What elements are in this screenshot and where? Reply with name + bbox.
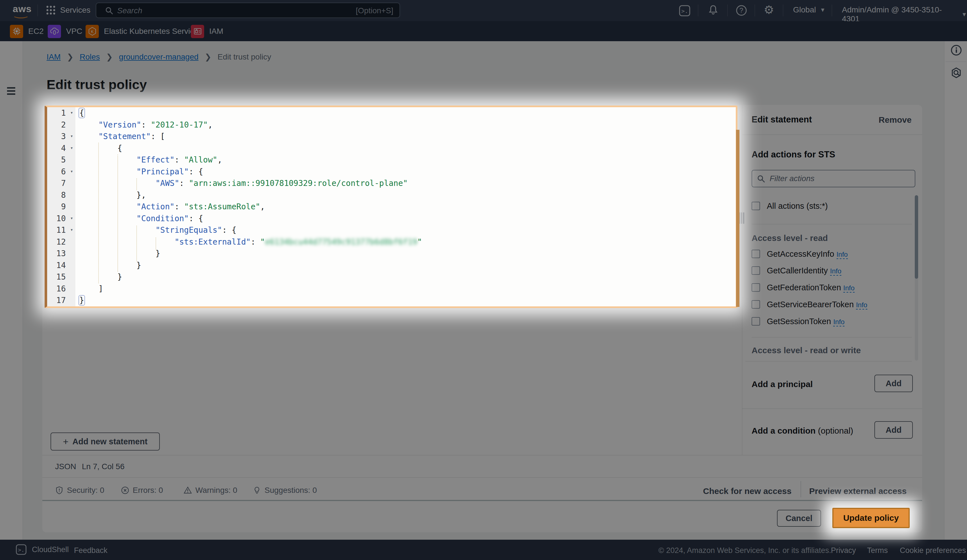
info-link[interactable]: Info xyxy=(843,284,855,293)
breadcrumb-role-name[interactable]: groundcover-managed xyxy=(119,53,198,61)
fold-caret-icon[interactable]: ▾ xyxy=(70,212,73,224)
getaccesskeyinfo-checkbox[interactable] xyxy=(752,250,760,258)
check-new-access-button[interactable]: Check for new access xyxy=(703,486,792,496)
fold-caret-icon[interactable]: ▾ xyxy=(70,142,73,154)
fold-caret-icon[interactable]: ▾ xyxy=(70,107,73,119)
add-principal-button[interactable]: Add xyxy=(875,375,913,392)
breadcrumb-iam[interactable]: IAM xyxy=(46,53,61,61)
footer-cloudshell[interactable]: >. CloudShell xyxy=(15,544,69,555)
line-number: 8 xyxy=(47,189,75,201)
code-text: "sts:ExternalId": "e6134bcu44d77549c9137… xyxy=(75,236,422,248)
getcalleridentity-checkbox[interactable] xyxy=(752,266,760,275)
ec2-service-icon xyxy=(10,25,23,38)
code-text: { xyxy=(75,107,84,119)
services-menu[interactable]: Services xyxy=(46,5,90,15)
security-findings[interactable]: Security: 0 xyxy=(55,486,104,495)
trust-policy-code-editor[interactable]: 1▾{2 "Version": "2012-10-17",3▾ "Stateme… xyxy=(45,105,738,308)
code-line[interactable]: 2 "Version": "2012-10-17", xyxy=(47,119,736,131)
code-line[interactable]: 7 "AWS": "arn:aws:iam::991078109329:role… xyxy=(47,178,736,189)
footer-feedback-link[interactable]: Feedback xyxy=(74,546,107,555)
code-line[interactable]: 8 }, xyxy=(47,189,736,201)
code-line[interactable]: 6▾ "Principal": { xyxy=(47,166,736,178)
code-text: "Statement": [ xyxy=(75,131,165,142)
breadcrumb-roles[interactable]: Roles xyxy=(79,53,100,61)
code-line[interactable]: 1▾{ xyxy=(47,107,736,119)
code-line[interactable]: 9 "Action": "sts:AssumeRole", xyxy=(47,201,736,213)
preview-external-access-button[interactable]: Preview external access xyxy=(809,486,907,496)
editor-code-rows[interactable]: 1▾{2 "Version": "2012-10-17",3▾ "Stateme… xyxy=(47,107,736,306)
top-navigation-bar: aws Services Search [Option+S] >. xyxy=(0,0,967,21)
svg-text:>.: >. xyxy=(18,547,25,553)
favorite-eks[interactable]: K Elastic Kubernetes Service xyxy=(86,25,198,38)
fold-caret-icon[interactable]: ▾ xyxy=(70,130,73,142)
warning-findings[interactable]: Warnings: 0 xyxy=(183,486,237,495)
fold-caret-icon[interactable]: ▾ xyxy=(70,166,73,178)
footer-terms-link[interactable]: Terms xyxy=(867,546,888,555)
search-placeholder: Search xyxy=(117,6,142,15)
code-line[interactable]: 15 } xyxy=(47,271,736,283)
region-label: Global xyxy=(793,5,816,15)
code-line[interactable]: 13 } xyxy=(47,248,736,260)
code-line[interactable]: 12 "sts:ExternalId": "e6134bcu44d77549c9… xyxy=(47,236,736,248)
editor-scrollbar[interactable] xyxy=(736,130,739,307)
divider-grip[interactable] xyxy=(743,212,744,224)
code-line[interactable]: 3▾ "Statement": [ xyxy=(47,131,736,142)
settings-gear-icon[interactable]: ⚙ xyxy=(764,3,774,16)
action-label: GetAccessKeyInfo xyxy=(767,249,834,259)
getfederationtoken-checkbox[interactable] xyxy=(752,283,760,292)
aws-logo[interactable]: aws xyxy=(13,3,31,18)
region-selector[interactable]: Global ▼ xyxy=(793,5,825,15)
cloudshell-icon[interactable]: >. xyxy=(679,5,691,16)
code-line[interactable]: 14 } xyxy=(47,260,736,272)
bar-border xyxy=(42,455,922,455)
account-menu[interactable]: Admin/Admin @ 3450-3510-4301 ▼ xyxy=(842,5,967,23)
line-number: 1▾ xyxy=(47,107,75,119)
panel-scrollbar-thumb[interactable] xyxy=(915,195,918,279)
filter-actions-input[interactable]: Filter actions xyxy=(752,170,915,187)
suggestion-findings[interactable]: Suggestions: 0 xyxy=(253,486,317,495)
footer-cookie-preferences-link[interactable]: Cookie preferences xyxy=(900,546,966,555)
code-line[interactable]: 5 "Effect": "Allow", xyxy=(47,154,736,166)
info-link[interactable]: Info xyxy=(837,250,848,259)
svg-text:>.: >. xyxy=(681,8,688,15)
info-link[interactable]: Info xyxy=(856,301,867,310)
divider-grip[interactable] xyxy=(741,212,742,224)
favorite-iam[interactable]: IAM xyxy=(191,25,223,38)
getsessiontoken-checkbox[interactable] xyxy=(752,317,760,326)
cancel-button[interactable]: Cancel xyxy=(777,510,821,527)
info-link[interactable]: Info xyxy=(833,318,845,326)
info-panel-icon[interactable] xyxy=(950,44,962,56)
help-icon[interactable]: ? xyxy=(736,5,748,16)
getservicebearertoken-checkbox[interactable] xyxy=(752,300,760,309)
code-line[interactable]: 17} xyxy=(47,295,736,306)
info-link[interactable]: Info xyxy=(830,267,842,276)
remove-statement-button[interactable]: Remove xyxy=(879,115,912,125)
action-row: GetCallerIdentity Info xyxy=(767,266,842,275)
resources-hexagon-icon[interactable] xyxy=(950,67,962,79)
hamburger-menu-icon[interactable] xyxy=(7,87,15,95)
code-line[interactable]: 4▾ { xyxy=(47,142,736,154)
add-condition-button[interactable]: Add xyxy=(875,421,913,439)
update-policy-button[interactable]: Update policy xyxy=(832,508,910,528)
line-number: 6▾ xyxy=(47,166,75,178)
favorite-ec2[interactable]: EC2 xyxy=(10,25,43,38)
favorite-vpc[interactable]: VPC xyxy=(48,25,83,38)
all-actions-checkbox[interactable] xyxy=(752,202,760,210)
breadcrumb-separator: ❯ xyxy=(205,52,211,61)
footer-privacy-link[interactable]: Privacy xyxy=(831,546,856,555)
code-line[interactable]: 10▾ "Condition": { xyxy=(47,213,736,224)
search-icon xyxy=(105,7,113,15)
global-search-input[interactable]: Search [Option+S] xyxy=(96,3,400,18)
fold-caret-icon[interactable]: ▾ xyxy=(70,224,73,236)
notifications-bell-icon[interactable] xyxy=(707,4,719,16)
right-tools-rail xyxy=(944,41,967,540)
error-findings[interactable]: Errors: 0 xyxy=(121,486,163,495)
code-line[interactable]: 16 ] xyxy=(47,283,736,295)
action-label: GetFederationToken xyxy=(767,283,841,292)
line-number: 16 xyxy=(47,283,75,295)
code-line[interactable]: 11▾ "StringEquals": { xyxy=(47,224,736,236)
code-text: ] xyxy=(75,283,103,295)
breadcrumb-current: Edit trust policy xyxy=(218,53,271,61)
add-new-statement-button[interactable]: + Add new statement xyxy=(51,433,160,451)
vpc-service-icon xyxy=(48,25,61,38)
